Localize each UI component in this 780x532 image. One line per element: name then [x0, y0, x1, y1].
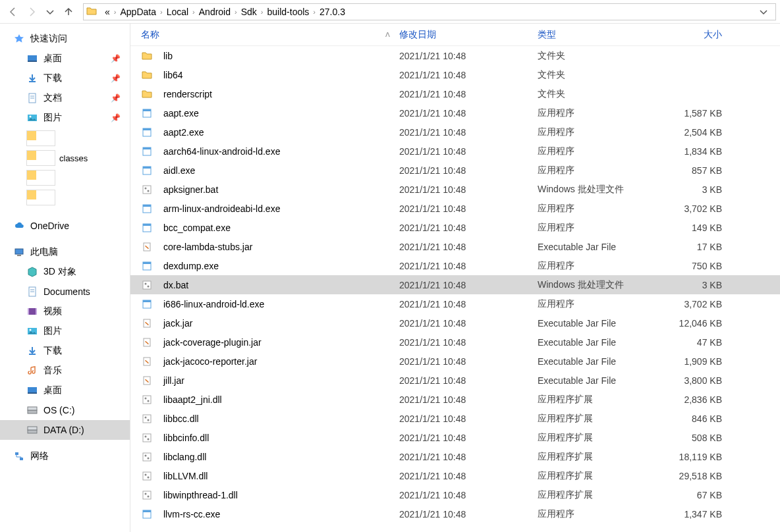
recent-folder[interactable]: classes [26, 150, 119, 166]
file-size: 3 KB [656, 280, 735, 290]
file-row[interactable]: aapt2.exe2021/1/21 10:48应用程序2,504 KB [130, 122, 780, 142]
crumb-android[interactable]: Android [196, 4, 233, 20]
dll-icon [141, 432, 153, 444]
crumb-buildtools[interactable]: build-tools [265, 4, 312, 20]
address-dropdown[interactable] [758, 7, 773, 17]
file-type: 文件夹 [538, 88, 656, 100]
sidebar-thispc[interactable]: 此电脑 [0, 242, 130, 262]
sidebar-item--[interactable]: 下载 [0, 341, 130, 361]
file-row[interactable]: jack-jacoco-reporter.jar2021/1/21 10:48E… [130, 352, 780, 371]
sidebar-onedrive[interactable]: OneDrive [0, 216, 130, 236]
file-date: 2021/1/21 10:48 [399, 375, 538, 386]
back-button[interactable] [4, 3, 22, 21]
sidebar-item--[interactable]: 图片 [0, 321, 130, 341]
file-row[interactable]: aidl.exe2021/1/21 10:48应用程序857 KB [130, 161, 780, 180]
svg-rect-22 [28, 407, 37, 410]
file-row[interactable]: aapt.exe2021/1/21 10:48应用程序1,587 KB [130, 103, 780, 122]
file-row[interactable]: jack-coverage-plugin.jar2021/1/21 10:48E… [130, 332, 780, 352]
file-size: 846 KB [656, 413, 735, 424]
sidebar-item-label: 音乐 [43, 365, 62, 377]
file-size: 12,046 KB [656, 318, 735, 329]
forward-button[interactable] [22, 3, 41, 21]
header-date[interactable]: 修改日期 [399, 29, 538, 41]
file-row[interactable]: i686-linux-android-ld.exe2021/1/21 10:48… [130, 294, 780, 313]
sidebar-item-3d-[interactable]: 3D 对象 [0, 262, 130, 282]
file-row[interactable]: aarch64-linux-android-ld.exe2021/1/21 10… [130, 142, 780, 161]
file-row[interactable]: libaapt2_jni.dll2021/1/21 10:48应用程序扩展2,8… [130, 390, 780, 409]
sidebar-label: 网络 [30, 450, 49, 462]
exe-icon [141, 298, 153, 310]
folder-icon [141, 50, 153, 62]
recent-folder[interactable] [26, 130, 119, 146]
up-button[interactable] [59, 3, 78, 21]
file-row[interactable]: apksigner.bat2021/1/21 10:48Windows 批处理文… [130, 180, 780, 199]
file-row[interactable]: llvm-rs-cc.exe2021/1/21 10:48应用程序1,347 K… [130, 504, 780, 523]
address-bar[interactable]: «› AppData› Local› Android› Sdk› build-t… [83, 3, 776, 20]
file-date: 2021/1/21 10:48 [399, 165, 538, 176]
file-row[interactable]: libLLVM.dll2021/1/21 10:48应用程序扩展29,518 K… [130, 466, 780, 485]
file-row[interactable]: dx.bat2021/1/21 10:48Windows 批处理文件3 KB [130, 275, 780, 294]
svg-point-17 [30, 329, 32, 331]
svg-rect-34 [143, 167, 151, 169]
recent-folder[interactable] [26, 170, 119, 186]
sidebar-item-doc[interactable]: 文档📌 [0, 88, 130, 108]
recent-dropdown[interactable] [41, 3, 59, 21]
header-name[interactable]: 名称ᐱ [141, 29, 399, 41]
sidebar-item-label: DATA (D:) [43, 425, 84, 435]
file-row[interactable]: core-lambda-stubs.jar2021/1/21 10:48Exec… [130, 237, 780, 256]
svg-point-65 [148, 457, 150, 459]
file-size: 18,119 KB [656, 452, 735, 462]
sidebar-item--[interactable]: 桌面 [0, 381, 130, 400]
sidebar-quickaccess[interactable]: 快速访问 [0, 29, 130, 49]
file-row[interactable]: libbcc.dll2021/1/21 10:48应用程序扩展846 KB [130, 409, 780, 428]
file-row[interactable]: jill.jar2021/1/21 10:48Executable Jar Fi… [130, 371, 780, 390]
sidebar-item-label: 图片 [43, 112, 62, 124]
chevron-right-icon: › [260, 8, 265, 16]
crumb-version[interactable]: 27.0.3 [317, 4, 348, 20]
sidebar-item-data-d-[interactable]: DATA (D:) [0, 420, 130, 440]
file-row[interactable]: arm-linux-androideabi-ld.exe2021/1/21 10… [130, 199, 780, 218]
file-row[interactable]: libbcinfo.dll2021/1/21 10:48应用程序扩展508 KB [130, 428, 780, 447]
file-date: 2021/1/21 10:48 [399, 70, 538, 80]
header-size[interactable]: 大小 [656, 29, 735, 41]
folder-icon [141, 69, 153, 81]
sidebar-item-pic[interactable]: 图片📌 [0, 108, 130, 128]
crumb-appdata[interactable]: AppData [117, 4, 158, 20]
jar-icon [141, 356, 153, 367]
sidebar-item-os-c-[interactable]: OS (C:) [0, 400, 130, 420]
file-name: jill.jar [163, 375, 184, 386]
file-row[interactable]: lib642021/1/21 10:48文件夹 [130, 65, 780, 84]
file-row[interactable]: libwinpthread-1.dll2021/1/21 10:48应用程序扩展… [130, 485, 780, 504]
sidebar-item-desktop[interactable]: 桌面📌 [0, 49, 130, 68]
svg-rect-18 [29, 354, 36, 355]
file-name: bcc_compat.exe [163, 223, 231, 233]
exe-icon [141, 126, 153, 138]
file-type: 应用程序 [538, 165, 656, 176]
file-row[interactable]: renderscript2021/1/21 10:48文件夹 [130, 84, 780, 103]
crumb-sdk[interactable]: Sdk [238, 4, 260, 20]
sidebar-label: 此电脑 [30, 246, 58, 258]
file-row[interactable]: bcc_compat.exe2021/1/21 10:48应用程序149 KB [130, 218, 780, 237]
svg-rect-73 [143, 510, 151, 512]
file-row[interactable]: jack.jar2021/1/21 10:48Executable Jar Fi… [130, 313, 780, 332]
svg-rect-0 [28, 55, 37, 61]
sidebar-item-download[interactable]: 下载📌 [0, 68, 130, 88]
file-type: 应用程序 [538, 126, 656, 138]
crumb-overflow[interactable]: « [102, 4, 113, 20]
crumb-local[interactable]: Local [164, 4, 191, 20]
file-name: core-lambda-stubs.jar [163, 242, 252, 252]
sidebar-item-documents[interactable]: Documents [0, 282, 130, 302]
chevron-right-icon: › [159, 8, 164, 16]
sidebar-item--[interactable]: 音乐 [0, 361, 130, 381]
sidebar-network[interactable]: 网络 [0, 446, 130, 466]
file-row[interactable]: libclang.dll2021/1/21 10:48应用程序扩展18,119 … [130, 447, 780, 466]
file-row[interactable]: lib2021/1/21 10:48文件夹 [130, 46, 780, 65]
svg-rect-21 [28, 410, 37, 413]
file-type: Executable Jar File [538, 356, 656, 367]
doc-icon [26, 92, 38, 104]
file-date: 2021/1/21 10:48 [399, 433, 538, 443]
sidebar-item--[interactable]: 视频 [0, 302, 130, 321]
recent-folder[interactable] [26, 190, 119, 205]
header-type[interactable]: 类型 [538, 29, 656, 41]
file-row[interactable]: dexdump.exe2021/1/21 10:48应用程序750 KB [130, 256, 780, 275]
